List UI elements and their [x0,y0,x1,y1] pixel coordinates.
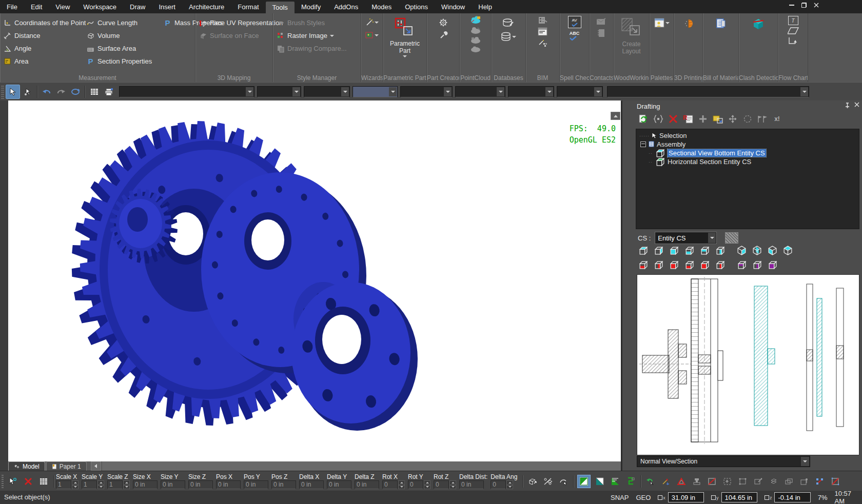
tab-model[interactable]: Model [8,461,45,471]
scale-y-input[interactable]: 1 [82,480,97,489]
table-button[interactable] [88,85,101,98]
cs-cube-top-icon[interactable] [638,245,649,256]
cancel-selection-icon[interactable] [22,475,34,488]
tree-item-sectional-view[interactable]: ·· Sectional View Bottom Entity CS [636,149,859,157]
pointcloud-manage-button[interactable] [470,26,481,34]
hatch-toggle-button[interactable] [725,232,738,244]
toolbar-grip[interactable] [1,85,4,99]
bim-wizard-button[interactable] [538,38,548,47]
frame-stack-icon[interactable] [783,475,795,488]
rot-x-stepper[interactable] [398,480,405,489]
database-edit-button[interactable] [502,18,515,28]
database-manage-button[interactable] [501,32,516,42]
menu-draw[interactable]: Draw [123,0,152,13]
no-frame-icon[interactable] [706,475,718,488]
view-mode-combo[interactable]: Normal View/Section [637,456,810,467]
tree-item-selection[interactable]: ····· Selection [636,131,859,140]
snap-toggle[interactable]: SNAP [611,494,629,501]
curve-length-button[interactable]: Curve Length [83,16,160,29]
section-view-toggle-icon[interactable] [577,475,591,488]
botbar-grip[interactable] [2,474,4,489]
selection-table-icon[interactable] [37,475,50,488]
contacts-book-button[interactable] [597,29,605,37]
area-button[interactable]: Area [0,55,83,68]
frame-move-icon[interactable] [721,475,734,488]
select-tool-button[interactable] [6,85,20,99]
section-cube-front-icon[interactable] [669,259,679,270]
cs-iso-top-icon[interactable] [782,245,793,256]
cs-iso-mid-icon[interactable] [752,245,762,256]
press-machine-icon[interactable] [691,475,703,488]
section-cube-purple-band-icon[interactable] [736,259,747,270]
menu-addons[interactable]: AddOns [327,0,365,13]
menu-view[interactable]: View [49,0,76,13]
tree-item-horizontal-section[interactable]: ·· Horizontal Section Entity CS [636,157,859,166]
section-path-icon[interactable] [624,475,637,488]
delta-x-input[interactable]: 0 in [299,480,324,489]
update-drawing-icon[interactable] [638,114,649,124]
toolbar-combo-3[interactable] [304,86,350,97]
tab-scroll-left-button[interactable] [91,461,101,471]
cs-iso-right-icon[interactable] [736,245,747,256]
delta-ang-input[interactable]: 0 [491,480,506,489]
print-3d-button[interactable] [683,18,694,29]
cs-combo[interactable]: Entity CS [655,232,717,244]
move-view-icon[interactable] [727,114,738,124]
surface-on-face-button[interactable]: Surface on Face [195,29,272,42]
toolbar-combo-2[interactable] [257,86,301,97]
cs-cube-bottom-icon[interactable] [684,245,695,256]
scale-x-input[interactable]: 1 [56,480,71,489]
parametric-part-dropdown-icon[interactable] [403,55,407,57]
section-circle-icon[interactable] [742,114,753,124]
section-cube-purple-vertical-icon[interactable] [752,259,762,270]
flags-icon[interactable] [757,114,768,124]
plot-button[interactable] [102,85,115,98]
volume-button[interactable]: Volume [83,29,160,42]
flow-parallelogram-button[interactable] [788,27,799,35]
section-triangle-icon[interactable] [594,475,606,488]
rot-z-input[interactable]: 0 [434,480,449,489]
pin-icon[interactable] [845,103,850,109]
pointcloud-crop-button[interactable] [470,36,481,44]
toolbar-combo-7[interactable] [508,86,554,97]
no-red-frame-icon[interactable] [829,475,841,488]
scale-z-input[interactable]: 1 [107,480,123,489]
tab-paper-1[interactable]: Paper 1 [46,461,87,471]
redo-button[interactable] [54,85,68,98]
section-preview[interactable] [637,274,859,455]
cs-iso-left-icon[interactable] [767,245,778,256]
toolbar-combo-5[interactable] [400,86,453,97]
face-uv-button[interactable]: Face UV Representation [195,16,272,29]
undo-view-icon[interactable] [644,475,657,488]
image-wizard-button[interactable] [365,31,379,40]
cs-cube-right-icon[interactable] [653,245,664,256]
toolbar-combo-6[interactable] [455,86,505,97]
section-cube-horizontal-icon[interactable] [638,259,649,270]
delta-ang-stepper[interactable] [506,480,513,489]
model-viewport[interactable]: FPS: 49.0OpenGL ES2 [8,100,621,461]
undo-button[interactable] [40,85,53,98]
frame-anchor-icon[interactable] [798,475,811,488]
create-layout-button[interactable]: Create Layout [614,13,649,74]
menu-help[interactable]: Help [472,0,499,13]
distance-button[interactable]: Distance [0,29,83,42]
menu-edit[interactable]: Edit [24,0,49,13]
coordinates-of-point-button[interactable]: Coordinates of the Point [0,16,83,29]
close-icon[interactable] [813,2,820,8]
loop-select-button[interactable] [69,85,82,98]
error-triangle-icon[interactable] [675,475,688,488]
export-view-icon[interactable] [712,114,723,124]
bim-components-button[interactable] [538,16,548,25]
size-y-input[interactable]: 0 in [161,480,185,489]
rot-y-input[interactable]: 0 [408,480,423,489]
menu-modify[interactable]: Modify [295,0,327,13]
brush-styles-button[interactable]: Brush Styles [273,16,361,29]
rot-z-stepper[interactable] [449,480,456,489]
cs-cube-left-icon[interactable] [715,245,726,256]
toolbar-combo-8[interactable] [557,86,603,97]
toolbar-combo-1[interactable] [119,86,254,97]
database-dropdown-icon[interactable] [512,36,516,38]
angle-button[interactable]: Angle [0,42,83,55]
menu-options[interactable]: Options [398,0,435,13]
pointcloud-delete-button[interactable] [470,46,481,53]
